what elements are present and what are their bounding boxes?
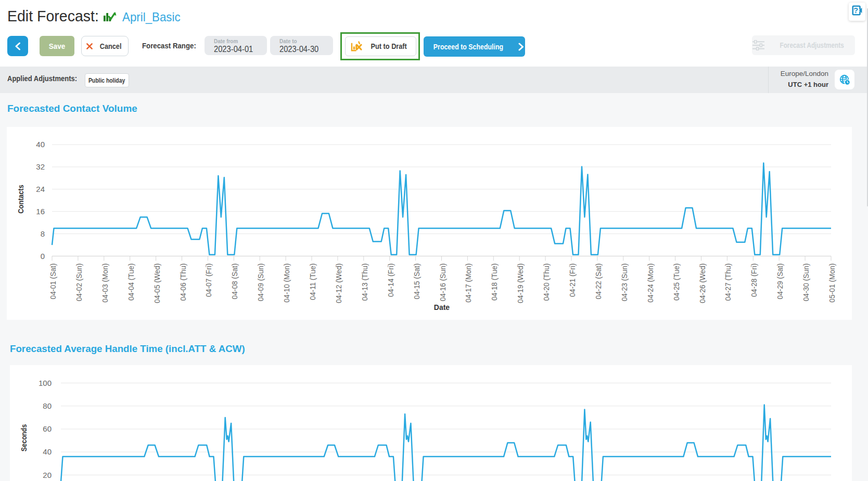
svg-text:04-18 (Tue): 04-18 (Tue) <box>490 264 499 301</box>
svg-text:04-12 (Wed): 04-12 (Wed) <box>334 264 343 303</box>
svg-text:04-10 (Mon): 04-10 (Mon) <box>283 264 291 303</box>
svg-text:80: 80 <box>43 401 52 410</box>
svg-text:04-29 (Sat): 04-29 (Sat) <box>776 264 785 300</box>
svg-text:04-06 (Thu): 04-06 (Thu) <box>178 264 187 301</box>
svg-text:40: 40 <box>36 140 45 149</box>
svg-text:40: 40 <box>43 447 52 456</box>
svg-text:04-08 (Sat): 04-08 (Sat) <box>231 264 239 300</box>
svg-text:04-21 (Fri): 04-21 (Fri) <box>568 264 577 297</box>
svg-text:Contacts: Contacts <box>17 185 25 214</box>
svg-text:Date: Date <box>434 303 450 311</box>
svg-text:04-04 (Tue): 04-04 (Tue) <box>126 264 135 301</box>
svg-text:04-11 (Tue): 04-11 (Tue) <box>308 264 317 301</box>
svg-text:60: 60 <box>43 424 52 433</box>
svg-text:04-01 (Sat): 04-01 (Sat) <box>48 264 57 300</box>
svg-text:04-30 (Sun): 04-30 (Sun) <box>802 264 811 302</box>
svg-text:04-23 (Sun): 04-23 (Sun) <box>620 264 629 302</box>
svg-text:04-05 (Wed): 04-05 (Wed) <box>152 264 161 303</box>
svg-text:?: ? <box>853 6 858 15</box>
svg-text:04-03 (Mon): 04-03 (Mon) <box>100 264 109 303</box>
svg-text:Seconds: Seconds <box>20 424 28 451</box>
svg-text:04-25 (Tue): 04-25 (Tue) <box>672 264 681 301</box>
svg-text:0: 0 <box>41 252 45 261</box>
svg-text:04-27 (Thu): 04-27 (Thu) <box>724 264 733 301</box>
svg-text:04-28 (Fri): 04-28 (Fri) <box>750 264 759 297</box>
svg-text:04-07 (Fri): 04-07 (Fri) <box>205 264 213 297</box>
svg-text:24: 24 <box>36 185 45 193</box>
svg-text:04-19 (Wed): 04-19 (Wed) <box>516 264 525 303</box>
svg-text:04-26 (Wed): 04-26 (Wed) <box>698 264 707 303</box>
svg-text:04-22 (Sat): 04-22 (Sat) <box>594 264 603 300</box>
svg-text:04-02 (Sun): 04-02 (Sun) <box>74 264 83 302</box>
svg-text:04-14 (Fri): 04-14 (Fri) <box>386 264 395 297</box>
svg-text:04-09 (Sun): 04-09 (Sun) <box>257 264 265 302</box>
svg-text:04-16 (Sun): 04-16 (Sun) <box>438 264 447 302</box>
svg-text:05-01 (Mon): 05-01 (Mon) <box>827 264 836 303</box>
svg-text:20: 20 <box>43 471 52 479</box>
svg-text:04-20 (Thu): 04-20 (Thu) <box>542 264 551 301</box>
svg-text:04-13 (Thu): 04-13 (Thu) <box>360 264 369 301</box>
svg-text:100: 100 <box>39 379 52 387</box>
svg-text:04-24 (Mon): 04-24 (Mon) <box>646 264 655 303</box>
svg-text:8: 8 <box>41 229 45 238</box>
svg-text:16: 16 <box>36 207 45 216</box>
svg-text:32: 32 <box>36 162 45 171</box>
svg-text:04-15 (Sat): 04-15 (Sat) <box>412 264 421 300</box>
svg-text:04-17 (Mon): 04-17 (Mon) <box>464 264 473 303</box>
